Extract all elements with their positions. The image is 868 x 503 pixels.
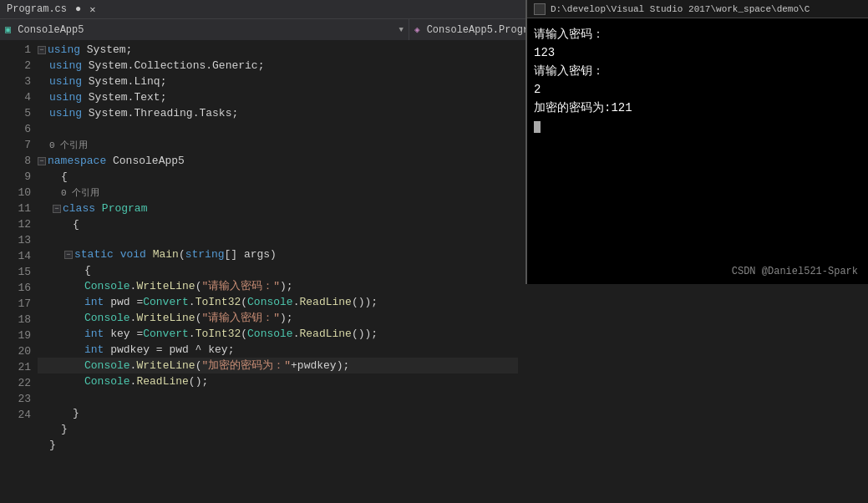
code-line-17: int pwdkey = pwd ^ key; — [38, 342, 518, 358]
console-cursor — [534, 121, 541, 133]
kw-using-5: using — [49, 105, 82, 121]
code-line-14: int pwd = Convert . ToInt32 ( Console . … — [38, 294, 518, 310]
ln-17: 17 — [0, 296, 31, 312]
code-text-11a — [114, 246, 120, 262]
code-line-10: { — [38, 216, 518, 232]
console-14: Console — [247, 294, 293, 310]
outline-11[interactable]: − — [64, 251, 73, 259]
ln-2: 2 — [0, 58, 31, 74]
namespace-dropdown[interactable]: ▣ ConsoleApp5 ▼ — [0, 19, 409, 40]
method-toint32-14: ToInt32 — [195, 294, 241, 310]
code-line-4: using System.Text; — [38, 89, 518, 105]
code-text-18c: +pwdkey); — [291, 358, 349, 373]
code-line-5: using System.Threading.Tasks; — [38, 105, 518, 121]
outline-9[interactable]: − — [53, 205, 61, 213]
code-text-8: { — [61, 169, 68, 185]
console-panel: D:\develop\Visual Studio 2017\work_space… — [525, 0, 868, 284]
ref-count-7: 0 个引用 — [49, 139, 88, 151]
ln-22: 22 — [0, 375, 31, 391]
title-pin[interactable]: ● — [75, 3, 81, 15]
code-text-13c: ); — [280, 278, 293, 294]
code-line-23: } — [38, 437, 518, 453]
code-panel[interactable]: 1 2 3 4 5 6 7 8 9 10 11 12 13 14 15 16 1… — [0, 40, 518, 503]
ln-9: 9 — [0, 169, 31, 185]
kw-namespace: namespace — [48, 153, 106, 169]
code-text-11c: ( — [179, 246, 185, 262]
code-text-10: { — [73, 216, 79, 232]
code-text-13b: ( — [195, 278, 202, 294]
code-line-6 — [38, 121, 518, 137]
outline-7[interactable]: − — [38, 157, 46, 165]
ln-3: 3 — [0, 74, 31, 89]
kw-class: class — [63, 201, 95, 216]
kw-using-1: using — [48, 42, 80, 58]
method-toint32-16: ToInt32 — [195, 326, 241, 342]
code-text-11d: [] args) — [225, 246, 277, 262]
str-15: "请输入密钥：" — [201, 310, 280, 326]
title-filename: Program.cs — [7, 3, 67, 15]
code-line-16: int key = Convert . ToInt32 ( Console . … — [38, 326, 518, 342]
console-line-4: 2 — [534, 80, 861, 99]
console-line-1: 请输入密码： — [534, 25, 861, 43]
code-text-18b: ( — [195, 358, 202, 373]
method-readline-14: ReadLine — [299, 294, 351, 310]
title-close[interactable]: ✕ — [89, 3, 95, 16]
ln-21: 21 — [0, 359, 31, 375]
console-line-2: 123 — [534, 43, 861, 62]
console-cursor-line — [534, 117, 861, 135]
ln-11: 11 — [0, 201, 31, 216]
outline-1[interactable]: − — [38, 46, 46, 54]
code-text-12: { — [84, 262, 91, 278]
kw-string: string — [185, 246, 225, 262]
str-13: "请输入密码：" — [201, 278, 280, 294]
code-text-21: } — [73, 405, 79, 421]
code-text-14c: ( — [241, 294, 247, 310]
code-text-17: pwdkey = pwd ^ key; — [104, 342, 234, 358]
code-text-16e: ()); — [352, 326, 378, 342]
method-label: ConsoleApp5.Program — [427, 24, 541, 36]
code-text-5: System.Threading.Tasks; — [82, 105, 238, 121]
console-16: Console — [247, 326, 293, 342]
dropdown-arrow-left: ▼ — [399, 26, 404, 34]
watermark: CSDN @Daniel521-Spark — [732, 266, 858, 277]
ln-18: 18 — [0, 312, 31, 328]
console-18: Console — [84, 358, 130, 373]
ln-12: 12 — [0, 216, 31, 232]
code-line-20 — [38, 389, 518, 405]
ref-count-line11 — [38, 232, 518, 246]
kw-static: static — [74, 246, 114, 262]
code-text-16c: ( — [241, 326, 247, 342]
ref-count-9: 0 个引用 — [61, 186, 99, 199]
console-line-3: 请输入密钥： — [534, 62, 861, 80]
namespace-icon: ▣ — [5, 23, 11, 36]
code-line-3: using System.Linq; — [38, 74, 518, 89]
code-line-15: Console . WriteLine ( "请输入密钥：" ); — [38, 310, 518, 326]
code-line-12: { — [38, 262, 518, 278]
code-text-14b: . — [189, 294, 195, 310]
code-line-8: { — [38, 169, 518, 185]
convert-14: Convert — [143, 294, 189, 310]
kw-using-2: using — [49, 58, 82, 74]
code-text-16d: . — [293, 326, 300, 342]
code-text-2: System.Collections.Generic; — [82, 58, 264, 74]
code-text-9a — [95, 201, 102, 216]
code-text-18a: . — [130, 358, 137, 373]
code-line-7: − namespace ConsoleApp5 — [38, 153, 518, 169]
console-body: 请输入密码： 123 请输入密钥： 2 加密的密码为:121 — [527, 18, 868, 142]
console-titlebar: D:\develop\Visual Studio 2017\work_space… — [527, 0, 868, 18]
code-line-22: } — [38, 421, 518, 437]
code-text-14a: pwd = — [104, 294, 143, 310]
code-text-19b: (); — [189, 373, 208, 389]
method-writeline-15: WriteLine — [136, 310, 195, 326]
code-line-21: } — [38, 405, 518, 421]
ln-24: 24 — [0, 407, 31, 423]
code-line-18: Console . WriteLine ( "加密的密码为：" +pwdkey)… — [38, 358, 518, 373]
code-text-15a: . — [130, 310, 137, 326]
console-15: Console — [84, 310, 130, 326]
code-text-11b — [146, 246, 153, 262]
code-line-13: Console . WriteLine ( "请输入密码：" ); — [38, 278, 518, 294]
console-title-icon — [534, 3, 546, 15]
console-19: Console — [84, 373, 130, 389]
code-text-3: System.Linq; — [82, 74, 166, 89]
console-ref-13: Console — [84, 278, 130, 294]
